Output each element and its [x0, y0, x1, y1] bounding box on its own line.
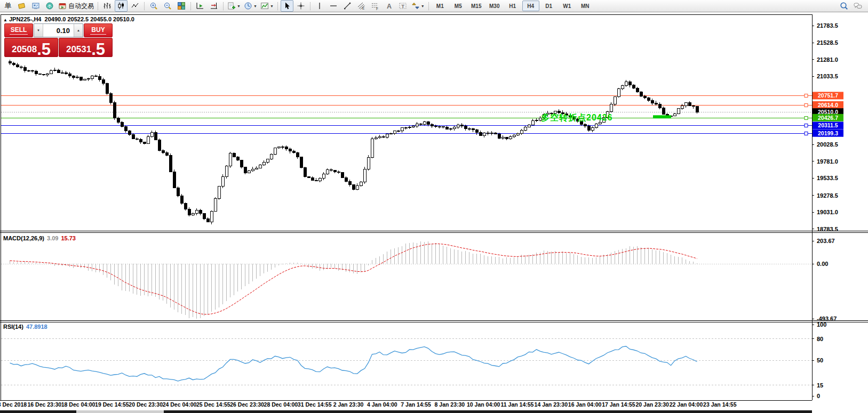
trendline-button[interactable]: [341, 0, 354, 12]
profiles-button[interactable]: ▼: [243, 0, 258, 12]
svg-text:203.67: 203.67: [817, 238, 835, 244]
sell-button[interactable]: SELL: [4, 23, 33, 37]
volume-input[interactable]: 0.10: [43, 24, 74, 37]
scrollbar-segment[interactable]: [164, 410, 812, 413]
scrollbar-segment[interactable]: [0, 410, 76, 413]
triangle-down-icon: ▼: [37, 29, 40, 32]
bar-chart-button[interactable]: [101, 0, 114, 12]
svg-text:15: 15: [817, 382, 823, 388]
new-chart-button[interactable]: ▼: [226, 0, 242, 12]
time-axis-label: 18 Dec 04:00: [61, 401, 95, 408]
text-icon: A: [385, 2, 393, 10]
tile-windows-button[interactable]: [175, 0, 188, 12]
crosshair-button[interactable]: [294, 0, 307, 12]
auto-scroll-button[interactable]: [194, 0, 206, 12]
chart-window-button[interactable]: [15, 0, 28, 12]
main-toolbar: 单自动交易▼▼▼EFAT▼M1M5M15M30H1H4D1W1MN: [0, 0, 868, 12]
timeframe-w1-button[interactable]: W1: [559, 1, 576, 11]
text-label-icon: T: [399, 2, 407, 10]
crosshair-icon: [297, 2, 305, 10]
svg-text:21528.5: 21528.5: [817, 39, 838, 46]
line-chart-button[interactable]: [129, 0, 141, 12]
toolbar-separator: [223, 2, 224, 10]
time-axis-label: 13 Dec 2018: [0, 401, 27, 408]
line-handle[interactable]: [805, 104, 808, 107]
volume-up-button[interactable]: ▲: [74, 24, 83, 37]
arrows-button[interactable]: ▼: [410, 0, 426, 12]
timeframe-m5-button[interactable]: M5: [450, 1, 467, 11]
chart-text-annotation[interactable]: 多空转折点20426: [541, 112, 613, 124]
text-label-button[interactable]: T: [396, 0, 409, 12]
timeframe-h4-button[interactable]: H4: [522, 1, 539, 11]
toolbar-separator: [98, 2, 98, 10]
equidistant-channel-button[interactable]: E: [355, 0, 368, 12]
line-chart-icon: [131, 2, 139, 10]
chart-canvas[interactable]: 21783.521528.521281.021033.520028.519781…: [0, 0, 868, 413]
volume-down-button[interactable]: ▼: [34, 24, 43, 37]
timeframe-mn-button[interactable]: MN: [577, 1, 594, 11]
time-axis-label: 11 Jan 14:55: [501, 401, 534, 408]
scrollbar-segment[interactable]: [76, 410, 164, 413]
vertical-line-button[interactable]: [313, 0, 326, 12]
tile-windows-icon: [177, 2, 186, 10]
new-order-button[interactable]: 单: [2, 0, 14, 12]
time-axis-label: 20 Dec 23:30: [129, 401, 163, 408]
autotrading-button[interactable]: 自动交易: [57, 0, 95, 12]
line-handle[interactable]: [805, 132, 808, 135]
svg-text:19031.0: 19031.0: [817, 209, 838, 215]
indicators-button[interactable]: ▼: [259, 0, 275, 12]
profiles-icon: [244, 2, 252, 10]
horizontal-scrollbar[interactable]: [0, 410, 812, 413]
text-button[interactable]: A: [383, 0, 395, 12]
news-signal-button[interactable]: [43, 0, 56, 12]
timeframe-m30-button[interactable]: M30: [486, 1, 503, 11]
timeframe-d1-button[interactable]: D1: [540, 1, 558, 11]
horizontal-line-icon: [329, 2, 338, 10]
svg-text:20751.7: 20751.7: [818, 92, 838, 99]
svg-text:20426.7: 20426.7: [818, 115, 838, 121]
price-line-labels[interactable]: 20751.720614.020510.020426.720311.520199…: [813, 92, 843, 136]
toolbar-right-group: [837, 0, 865, 12]
collapse-icon[interactable]: ▲: [3, 18, 7, 22]
sell-price-display[interactable]: 20508.5: [4, 38, 58, 57]
time-axis-label: 16 Dec 23:30: [27, 401, 61, 408]
timeframe-m15-button[interactable]: M15: [468, 1, 485, 11]
timeframe-m1-button[interactable]: M1: [432, 1, 449, 11]
zoom-in-button[interactable]: [147, 0, 160, 12]
buy-price-display[interactable]: 20531.5: [59, 38, 113, 57]
time-axis-label: 28 Dec 04:00: [264, 401, 298, 408]
indicators-icon: [260, 2, 269, 10]
svg-text:T: T: [401, 3, 404, 9]
equidistant-channel-icon: E: [357, 2, 365, 10]
line-handle[interactable]: [805, 117, 808, 120]
time-axis-label: 16 Jan 04:00: [568, 401, 601, 408]
toolbar-separator: [277, 2, 278, 10]
macd-panel: 203.670.00-493.67: [1, 238, 837, 322]
arrows-icon: [411, 2, 420, 10]
line-handle[interactable]: [805, 124, 808, 127]
candle-chart-button[interactable]: [115, 0, 128, 12]
news-signal-icon: [45, 2, 54, 10]
fibonacci-icon: F: [371, 2, 379, 10]
horizontal-price-lines[interactable]: [1, 94, 812, 135]
chat-button[interactable]: [851, 0, 864, 12]
mt4-terminal: { "toolbar": { "groups": [ {"items":[ {"…: [0, 0, 868, 413]
buy-button[interactable]: BUY: [84, 23, 113, 37]
autotrading-icon: [58, 2, 67, 10]
highlight-segment[interactable]: [653, 115, 671, 118]
cursor-button[interactable]: [281, 0, 293, 12]
fibonacci-button[interactable]: F: [369, 0, 381, 12]
auto-scroll-icon: [196, 2, 204, 10]
chart-shift-button[interactable]: [208, 0, 220, 12]
timeframe-h1-button[interactable]: H1: [504, 1, 521, 11]
time-axis-label: 24 Dec 04:00: [163, 401, 197, 408]
search-button[interactable]: [838, 0, 850, 12]
svg-text:20199.3: 20199.3: [818, 130, 838, 136]
search-icon: [840, 2, 848, 10]
zoom-out-button[interactable]: [161, 0, 174, 12]
svg-text:21783.5: 21783.5: [817, 22, 838, 29]
line-handle[interactable]: [805, 94, 808, 98]
svg-text:20614.0: 20614.0: [818, 102, 838, 108]
horizontal-line-button[interactable]: [327, 0, 340, 12]
market-watch-button[interactable]: [29, 0, 42, 12]
